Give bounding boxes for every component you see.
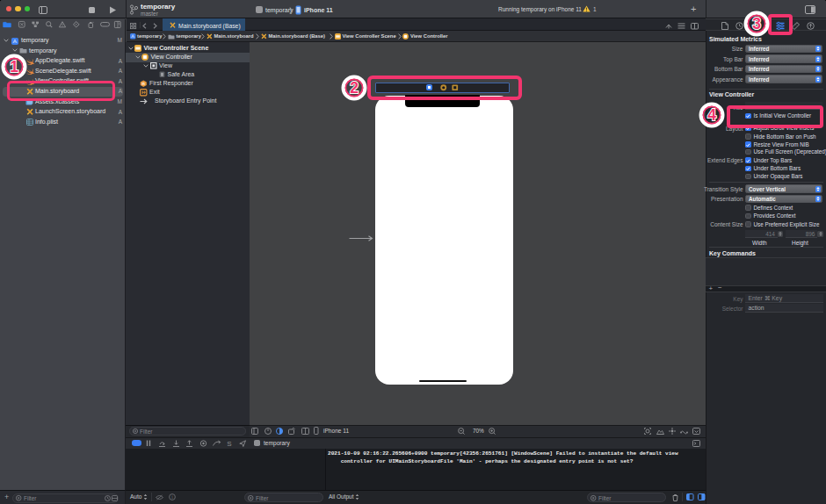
svg-text:i: i <box>171 494 173 500</box>
svg-text:4: 4 <box>707 106 716 124</box>
svg-text:S: S <box>227 440 231 448</box>
svg-text:3: 3 <box>752 15 761 32</box>
svg-text:1: 1 <box>10 58 18 76</box>
svg-text:2: 2 <box>350 79 359 97</box>
